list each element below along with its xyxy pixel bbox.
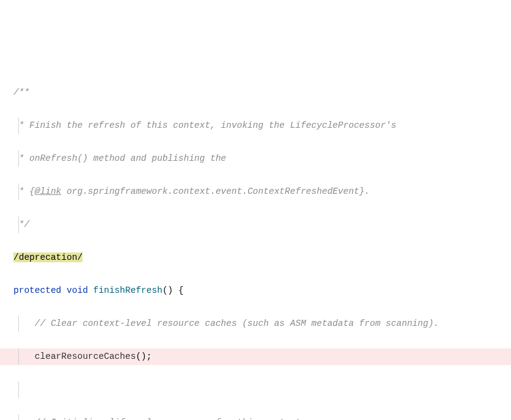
code-line: * onRefresh() method and publishing the xyxy=(0,150,511,167)
doc-ref: org.springframework.context.event.Contex… xyxy=(61,186,359,196)
doc-text: }. xyxy=(359,186,370,196)
code-line-removed: clearResourceCaches(); xyxy=(0,348,511,365)
annotation-deprecation: /deprecation/ xyxy=(13,252,83,262)
code-line: * {@link org.springframework.context.eve… xyxy=(0,183,511,200)
method-name: finishRefresh xyxy=(94,286,163,295)
code-line: */ xyxy=(0,216,511,233)
doc-text: * onRefresh() method and publishing the xyxy=(13,153,226,163)
comment: // Clear context-level resource caches (… xyxy=(35,319,439,328)
code-line: // Clear context-level resource caches (… xyxy=(0,315,511,332)
doc-close: */ xyxy=(13,219,29,229)
doc-open: /** xyxy=(13,87,29,97)
method-call: clearResourceCaches xyxy=(35,352,136,361)
doc-text: * { xyxy=(13,186,35,196)
punct: () { xyxy=(163,286,184,295)
code-viewer: /** * Finish the refresh of this context… xyxy=(0,68,511,420)
keyword-protected: protected xyxy=(13,286,61,295)
punct: (); xyxy=(136,352,152,361)
comment: // Initialize lifecycle processor for th… xyxy=(35,418,306,420)
doc-text: * Finish the refresh of this context, in… xyxy=(13,120,397,130)
code-line: // Initialize lifecycle processor for th… xyxy=(0,414,511,420)
code-line: /** xyxy=(0,84,511,101)
blank-line xyxy=(0,381,511,398)
keyword-void: void xyxy=(67,286,88,295)
code-line: /deprecation/ xyxy=(0,249,511,266)
code-line: * Finish the refresh of this context, in… xyxy=(0,117,511,134)
method-signature: protected void finishRefresh() { xyxy=(0,282,511,299)
doc-tag-link[interactable]: @link xyxy=(35,186,62,196)
